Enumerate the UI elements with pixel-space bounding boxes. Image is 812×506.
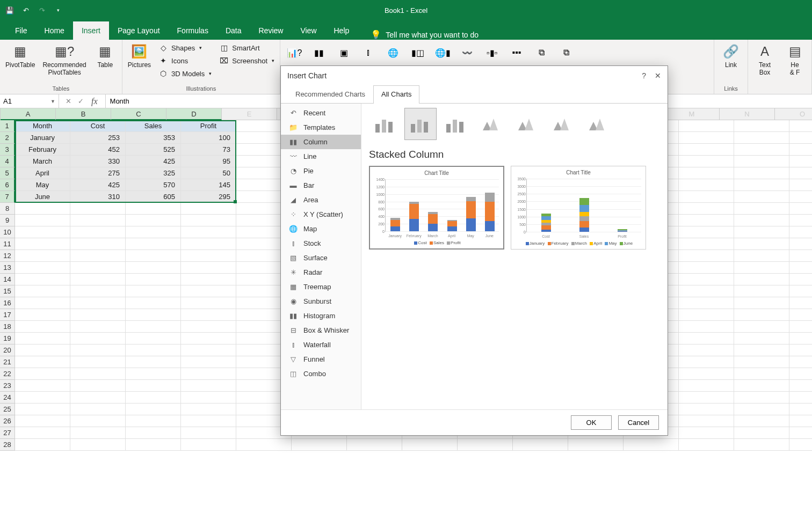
column-header[interactable]: D xyxy=(166,108,222,120)
row-header[interactable]: 12 xyxy=(0,250,15,262)
chart-type-pie[interactable]: ◔Pie xyxy=(281,164,361,178)
column-header[interactable]: A xyxy=(1,108,56,120)
cell[interactable]: 100 xyxy=(181,132,236,144)
cell[interactable] xyxy=(70,285,126,297)
cell[interactable] xyxy=(734,356,789,368)
cell[interactable] xyxy=(734,238,789,250)
cell[interactable] xyxy=(181,226,236,238)
row-header[interactable]: 25 xyxy=(0,404,15,415)
cell[interactable] xyxy=(126,215,181,226)
dialog-tab-all-charts[interactable]: All Charts xyxy=(373,85,419,104)
3d-models-button[interactable]: ⬡3D Models▾ xyxy=(156,68,214,79)
row-header[interactable]: 7 xyxy=(0,191,15,203)
cell[interactable]: 570 xyxy=(126,179,181,191)
chart-subtype-1[interactable] xyxy=(404,108,437,140)
cell[interactable] xyxy=(15,250,70,262)
cell[interactable] xyxy=(70,333,126,344)
cell[interactable] xyxy=(126,427,181,439)
cell[interactable] xyxy=(15,356,70,368)
cell[interactable]: 452 xyxy=(70,144,126,156)
chart-type-sunburst[interactable]: ◉Sunburst xyxy=(281,294,361,309)
cell[interactable] xyxy=(126,285,181,297)
link-button[interactable]: 🔗Link xyxy=(717,42,744,70)
cell[interactable] xyxy=(70,427,126,439)
cell[interactable] xyxy=(624,439,679,451)
chart-type-treemap[interactable]: ▦Treemap xyxy=(281,280,361,294)
cell[interactable] xyxy=(181,368,236,380)
chart-type-templates[interactable]: 📁Templates xyxy=(281,120,361,135)
chart-type-map[interactable]: 🌐Map xyxy=(281,222,361,236)
row-header[interactable]: 27 xyxy=(0,427,15,439)
hierarchy-chart-button[interactable]: ▣ xyxy=(333,42,354,63)
waterfall-chart-button[interactable]: ⫿ xyxy=(358,42,379,63)
sparkline-column-button[interactable]: ▫▮▫ xyxy=(481,42,503,63)
cell[interactable]: 50 xyxy=(181,167,236,179)
chart-type-bar[interactable]: ▬Bar xyxy=(281,178,361,193)
cell[interactable] xyxy=(70,356,126,368)
cell[interactable] xyxy=(789,344,812,356)
cell[interactable] xyxy=(15,262,70,274)
textbox-button[interactable]: AText Box xyxy=(751,42,778,78)
row-header[interactable]: 15 xyxy=(0,285,15,297)
chart-type-box-whisker[interactable]: ⊟Box & Whisker xyxy=(281,323,361,338)
cell[interactable] xyxy=(734,191,789,203)
cell[interactable] xyxy=(734,427,789,439)
cell[interactable] xyxy=(679,262,734,274)
chart-type-waterfall[interactable]: ⫿Waterfall xyxy=(281,338,361,352)
cell[interactable] xyxy=(789,215,812,226)
cell[interactable] xyxy=(181,238,236,250)
cell[interactable] xyxy=(126,309,181,321)
smartart-button[interactable]: ◫SmartArt xyxy=(217,42,277,54)
row-header[interactable]: 26 xyxy=(0,415,15,427)
cell[interactable] xyxy=(15,215,70,226)
screenshot-button[interactable]: ⌧Screenshot▾ xyxy=(217,55,277,67)
cell[interactable] xyxy=(402,439,458,451)
cell[interactable]: 425 xyxy=(70,179,126,191)
chart-type-area[interactable]: ◢Area xyxy=(281,193,361,207)
cell[interactable] xyxy=(70,215,126,226)
ok-button[interactable]: OK xyxy=(571,415,612,430)
cell[interactable] xyxy=(679,285,734,297)
sparkline-winloss-button[interactable]: ▪▪▪ xyxy=(506,42,527,63)
chart-type-combo[interactable]: ◫Combo xyxy=(281,366,361,381)
redo-icon[interactable]: ↷ xyxy=(37,5,47,16)
cell[interactable] xyxy=(15,344,70,356)
cell[interactable] xyxy=(789,380,812,392)
cell[interactable] xyxy=(70,439,126,451)
cell[interactable] xyxy=(789,297,812,309)
sparkline-line-button[interactable]: 〰️ xyxy=(456,42,478,63)
cell[interactable] xyxy=(679,392,734,404)
cell[interactable]: Cost xyxy=(70,120,126,132)
cell[interactable] xyxy=(347,439,402,451)
cell[interactable] xyxy=(70,226,126,238)
cell[interactable] xyxy=(734,368,789,380)
recommended-pivottables-button[interactable]: ▦?Recommended PivotTables xyxy=(40,42,88,78)
chart-type-column[interactable]: ▮▮Column xyxy=(281,135,361,149)
cell[interactable] xyxy=(679,274,734,285)
cell[interactable] xyxy=(181,297,236,309)
row-header[interactable]: 22 xyxy=(0,368,15,380)
cell[interactable] xyxy=(513,439,568,451)
3dmap-button[interactable]: 🌐▮ xyxy=(432,42,453,63)
cell[interactable] xyxy=(679,250,734,262)
cell[interactable]: May xyxy=(15,179,70,191)
cell[interactable] xyxy=(70,238,126,250)
cell[interactable] xyxy=(679,368,734,380)
cell[interactable] xyxy=(126,226,181,238)
cell[interactable] xyxy=(789,392,812,404)
cell[interactable]: 73 xyxy=(181,144,236,156)
cell[interactable] xyxy=(734,167,789,179)
cell[interactable] xyxy=(70,262,126,274)
cell[interactable] xyxy=(789,262,812,274)
cell[interactable] xyxy=(734,144,789,156)
row-header[interactable]: 2 xyxy=(0,132,15,144)
cell[interactable] xyxy=(789,144,812,156)
cell[interactable] xyxy=(789,179,812,191)
cell[interactable] xyxy=(734,297,789,309)
cell[interactable] xyxy=(679,167,734,179)
cell[interactable]: 253 xyxy=(70,132,126,144)
cell[interactable] xyxy=(70,274,126,285)
cell[interactable] xyxy=(181,215,236,226)
cell[interactable]: 425 xyxy=(126,156,181,167)
cell[interactable]: 275 xyxy=(70,167,126,179)
